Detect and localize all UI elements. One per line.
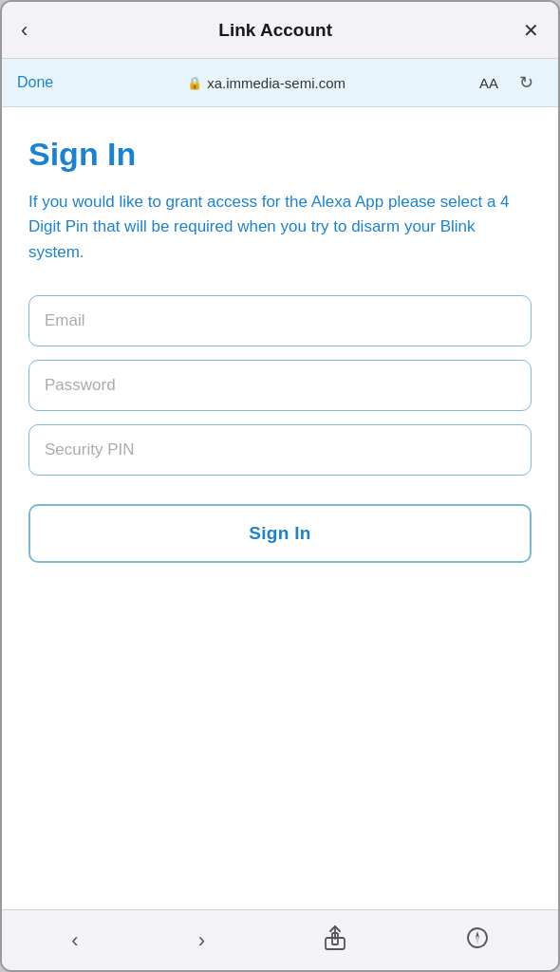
browser-nav: ‹ › (2, 909, 558, 970)
security-pin-input[interactable] (28, 424, 532, 476)
email-form-group (28, 295, 532, 346)
compass-icon (466, 926, 489, 955)
security-pin-form-group (28, 424, 532, 476)
sign-in-button[interactable]: Sign In (28, 504, 532, 563)
reload-icon: ↻ (519, 72, 533, 93)
sign-in-button-wrapper: Sign In (28, 504, 532, 563)
browser-forward-button[interactable]: › (189, 925, 215, 957)
lock-icon: 🔒 (187, 76, 202, 90)
app-back-button[interactable]: ‹ (21, 20, 28, 41)
browser-aa-button[interactable]: AA (479, 75, 498, 91)
app-header: ‹ Link Account ✕ (2, 2, 558, 59)
browser-forward-icon: › (198, 928, 205, 953)
content-area: Sign In If you would like to grant acces… (2, 107, 558, 909)
sign-in-title: Sign In (28, 136, 532, 173)
browser-toolbar: Done 🔒 xa.immedia-semi.com AA ↻ (2, 59, 558, 107)
password-form-group (28, 360, 532, 411)
browser-done-button[interactable]: Done (17, 74, 53, 91)
app-header-title: Link Account (28, 20, 523, 41)
password-input[interactable] (28, 360, 532, 411)
share-icon (325, 925, 345, 955)
browser-compass-button[interactable] (457, 923, 498, 959)
email-input[interactable] (28, 295, 532, 346)
url-text: xa.immedia-semi.com (207, 75, 345, 91)
browser-back-icon: ‹ (71, 928, 78, 953)
browser-back-button[interactable]: ‹ (62, 925, 87, 957)
sign-in-description: If you would like to grant access for th… (28, 190, 532, 265)
browser-share-button[interactable] (315, 922, 355, 959)
browser-reload-button[interactable]: ↻ (510, 68, 543, 97)
phone-frame: ‹ Link Account ✕ Done 🔒 xa.immedia-semi.… (0, 0, 560, 972)
url-bar: 🔒 xa.immedia-semi.com (65, 75, 468, 91)
app-close-button[interactable]: ✕ (523, 21, 539, 40)
